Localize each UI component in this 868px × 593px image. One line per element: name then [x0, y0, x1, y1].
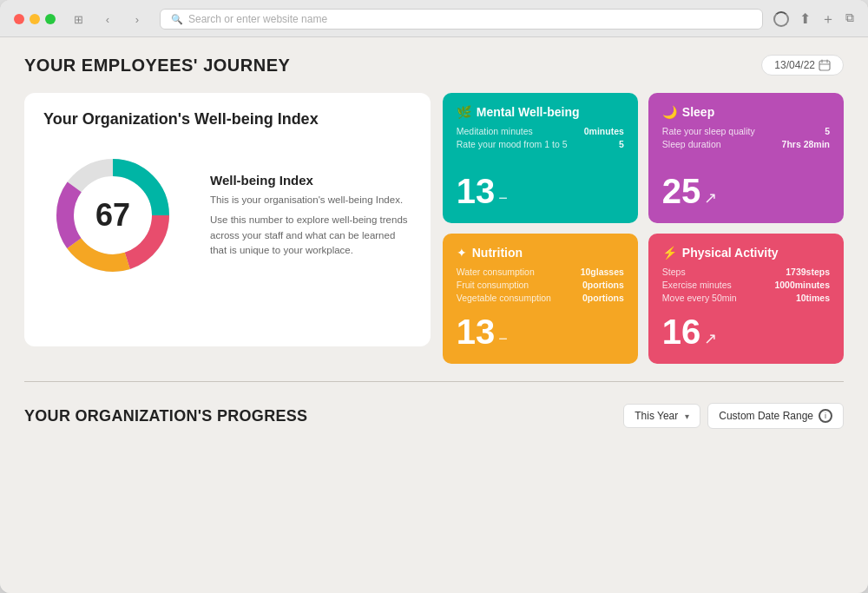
- page-content: YOUR EMPLOYEES' JOURNEY 13/04/22 Your Or…: [0, 37, 868, 593]
- mental-row2-label: Rate your mood from 1 to 5: [457, 139, 568, 149]
- nutrition-row3-label: Vegetable consumption: [457, 293, 551, 303]
- mental-trend: −: [498, 189, 508, 208]
- nutrition-row2-label: Fruit consumption: [457, 280, 529, 290]
- activity-row2-label: Exercise minutes: [662, 280, 732, 290]
- metric-row: Move every 50min 10times: [662, 293, 830, 303]
- grid-icon[interactable]: ⊞: [66, 10, 90, 28]
- metric-activity-rows: Steps 1739steps Exercise minutes 1000min…: [662, 267, 830, 306]
- metric-row: Rate your sleep quality 5: [662, 126, 830, 136]
- tabs-icon[interactable]: ⧉: [845, 10, 854, 29]
- sleep-row2-value: 7hrs 28min: [782, 139, 830, 149]
- mental-icon: 🌿: [457, 105, 471, 119]
- metric-mental-rows: Meditation minutes 0minutes Rate your mo…: [457, 126, 624, 165]
- svg-rect-0: [819, 61, 830, 70]
- dot-minimize[interactable]: [30, 14, 40, 24]
- activity-row2-value: 1000minutes: [774, 280, 830, 290]
- new-tab-icon[interactable]: ＋: [821, 10, 835, 29]
- back-button[interactable]: ‹: [95, 10, 120, 28]
- nutrition-row3-value: 0portions: [582, 293, 624, 303]
- nutrition-row1-label: Water consumption: [457, 267, 535, 277]
- metric-activity-title: Physical Activity: [682, 246, 779, 260]
- browser-dots: [14, 14, 56, 24]
- browser-nav: ⊞ ‹ ›: [66, 10, 149, 28]
- address-bar[interactable]: 🔍 Search or enter website name: [160, 9, 763, 30]
- search-icon: 🔍: [171, 14, 183, 25]
- mental-row1-label: Meditation minutes: [457, 126, 533, 136]
- wellbeing-desc2: Use this number to explore well-being tr…: [210, 213, 411, 258]
- activity-row3-label: Move every 50min: [662, 293, 737, 303]
- wellbeing-card: Your Organization's Well-being Index: [24, 93, 431, 346]
- metric-mental-header: 🌿 Mental Well-being: [457, 105, 624, 119]
- metric-nutrition-rows: Water consumption 10glasses Fruit consum…: [457, 267, 624, 306]
- nutrition-trend: −: [498, 330, 508, 348]
- info-icon: i: [825, 412, 826, 420]
- metric-nutrition-title: Nutrition: [472, 246, 523, 260]
- metric-row: Fruit consumption 0portions: [457, 280, 624, 290]
- donut-value: 67: [95, 197, 130, 234]
- sleep-score: 25 ↗: [662, 172, 830, 211]
- page-header: YOUR EMPLOYEES' JOURNEY 13/04/22: [24, 55, 844, 76]
- activity-row3-value: 10times: [796, 293, 830, 303]
- address-text: Search or enter website name: [188, 13, 327, 25]
- nutrition-row2-value: 0portions: [582, 280, 624, 290]
- nutrition-score-value: 13: [457, 313, 496, 352]
- nutrition-row1-value: 10glasses: [581, 267, 624, 277]
- custom-date-label: Custom Date Range: [719, 410, 813, 422]
- metric-sleep-title: Sleep: [682, 105, 714, 119]
- metric-row: Water consumption 10glasses: [457, 267, 624, 277]
- metric-row: Rate your mood from 1 to 5 5: [457, 139, 624, 149]
- metrics-grid: 🌿 Mental Well-being Meditation minutes 0…: [443, 93, 844, 364]
- metric-row: Meditation minutes 0minutes: [457, 126, 624, 136]
- metric-nutrition-header: ✦ Nutrition: [457, 246, 624, 260]
- reload-icon[interactable]: [773, 11, 789, 27]
- activity-row1-label: Steps: [662, 267, 686, 277]
- metric-activity: ⚡ Physical Activity Steps 1739steps Exer…: [648, 234, 844, 364]
- sleep-row2-label: Sleep duration: [662, 139, 721, 149]
- sleep-icon: 🌙: [662, 105, 677, 119]
- browser-chrome: ⊞ ‹ › 🔍 Search or enter website name ⬆ ＋…: [0, 0, 868, 37]
- metric-sleep: 🌙 Sleep Rate your sleep quality 5 Sleep …: [648, 93, 844, 223]
- activity-score-value: 16: [662, 313, 701, 352]
- wellbeing-card-title: Your Organization's Well-being Index: [43, 110, 411, 128]
- metric-sleep-header: 🌙 Sleep: [662, 105, 830, 119]
- wellbeing-desc1: This is your organisation's well-being I…: [210, 193, 411, 208]
- browser-window: ⊞ ‹ › 🔍 Search or enter website name ⬆ ＋…: [0, 0, 868, 593]
- metric-row: Vegetable consumption 0portions: [457, 293, 624, 303]
- browser-actions: ⬆ ＋ ⧉: [799, 10, 854, 29]
- nutrition-icon: ✦: [457, 246, 467, 260]
- progress-section: YOUR ORGANIZATION'S PROGRESS This Year ▾…: [24, 403, 844, 429]
- metric-activity-header: ⚡ Physical Activity: [662, 246, 830, 260]
- forward-button[interactable]: ›: [125, 10, 149, 28]
- date-text: 13/04/22: [774, 59, 815, 71]
- metric-mental-title: Mental Well-being: [477, 105, 580, 119]
- wellbeing-index-label: Well-being Index: [210, 173, 411, 188]
- progress-controls: This Year ▾ Custom Date Range i: [623, 403, 844, 429]
- date-badge: 13/04/22: [761, 55, 844, 76]
- share-icon[interactable]: ⬆: [799, 10, 811, 29]
- mental-score: 13 −: [457, 172, 624, 211]
- metric-sleep-rows: Rate your sleep quality 5 Sleep duration…: [662, 126, 830, 165]
- page-title: YOUR EMPLOYEES' JOURNEY: [24, 56, 290, 76]
- nutrition-score: 13 −: [457, 313, 624, 352]
- metric-row: Steps 1739steps: [662, 267, 830, 277]
- section-divider: [24, 381, 844, 382]
- mental-row1-value: 0minutes: [584, 126, 624, 136]
- sleep-row1-value: 5: [825, 126, 830, 136]
- activity-score: 16 ↗: [662, 313, 830, 352]
- activity-icon: ⚡: [662, 246, 677, 260]
- metric-row: Sleep duration 7hrs 28min: [662, 139, 830, 149]
- donut-chart: 67: [43, 146, 182, 285]
- dot-close[interactable]: [14, 14, 24, 24]
- year-filter-dropdown[interactable]: This Year ▾: [623, 404, 700, 428]
- metric-row: Exercise minutes 1000minutes: [662, 280, 830, 290]
- sleep-score-value: 25: [662, 172, 701, 211]
- dot-maximize[interactable]: [45, 14, 56, 24]
- progress-title: YOUR ORGANIZATION'S PROGRESS: [24, 407, 307, 425]
- metric-nutrition: ✦ Nutrition Water consumption 10glasses …: [443, 234, 638, 364]
- dashboard-main: Your Organization's Well-being Index: [24, 93, 844, 364]
- calendar-icon: [819, 59, 831, 71]
- custom-date-icon: i: [819, 409, 832, 423]
- year-filter-label: This Year: [635, 410, 678, 422]
- custom-date-button[interactable]: Custom Date Range i: [707, 403, 844, 429]
- sleep-row1-label: Rate your sleep quality: [662, 126, 755, 136]
